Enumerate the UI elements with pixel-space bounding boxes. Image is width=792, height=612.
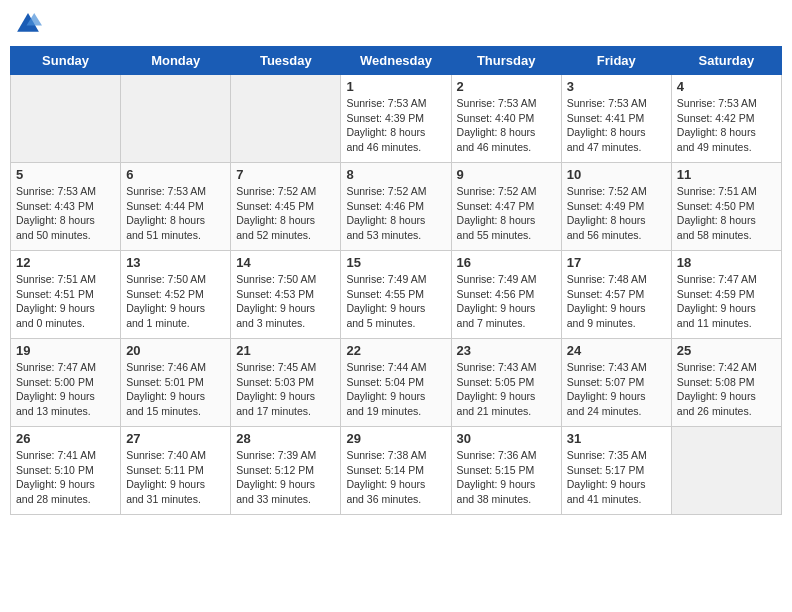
cell-info: Sunrise: 7:50 AMSunset: 4:52 PMDaylight:…: [126, 272, 225, 331]
cell-info: Sunrise: 7:53 AMSunset: 4:43 PMDaylight:…: [16, 184, 115, 243]
cell-info: Sunrise: 7:53 AMSunset: 4:39 PMDaylight:…: [346, 96, 445, 155]
day-number: 15: [346, 255, 445, 270]
calendar-cell: [231, 75, 341, 163]
calendar-cell: 14Sunrise: 7:50 AMSunset: 4:53 PMDayligh…: [231, 251, 341, 339]
day-number: 26: [16, 431, 115, 446]
calendar-cell: 18Sunrise: 7:47 AMSunset: 4:59 PMDayligh…: [671, 251, 781, 339]
day-number: 18: [677, 255, 776, 270]
day-number: 29: [346, 431, 445, 446]
day-number: 25: [677, 343, 776, 358]
day-number: 28: [236, 431, 335, 446]
cell-info: Sunrise: 7:51 AMSunset: 4:51 PMDaylight:…: [16, 272, 115, 331]
cell-info: Sunrise: 7:53 AMSunset: 4:42 PMDaylight:…: [677, 96, 776, 155]
day-number: 17: [567, 255, 666, 270]
cell-info: Sunrise: 7:48 AMSunset: 4:57 PMDaylight:…: [567, 272, 666, 331]
cell-info: Sunrise: 7:53 AMSunset: 4:44 PMDaylight:…: [126, 184, 225, 243]
day-header-saturday: Saturday: [671, 47, 781, 75]
cell-info: Sunrise: 7:43 AMSunset: 5:07 PMDaylight:…: [567, 360, 666, 419]
day-header-sunday: Sunday: [11, 47, 121, 75]
header-row: SundayMondayTuesdayWednesdayThursdayFrid…: [11, 47, 782, 75]
calendar-cell: 21Sunrise: 7:45 AMSunset: 5:03 PMDayligh…: [231, 339, 341, 427]
day-number: 13: [126, 255, 225, 270]
week-row-1: 1Sunrise: 7:53 AMSunset: 4:39 PMDaylight…: [11, 75, 782, 163]
day-number: 4: [677, 79, 776, 94]
day-number: 9: [457, 167, 556, 182]
week-row-2: 5Sunrise: 7:53 AMSunset: 4:43 PMDaylight…: [11, 163, 782, 251]
cell-info: Sunrise: 7:52 AMSunset: 4:45 PMDaylight:…: [236, 184, 335, 243]
week-row-5: 26Sunrise: 7:41 AMSunset: 5:10 PMDayligh…: [11, 427, 782, 515]
calendar-cell: 1Sunrise: 7:53 AMSunset: 4:39 PMDaylight…: [341, 75, 451, 163]
cell-info: Sunrise: 7:53 AMSunset: 4:41 PMDaylight:…: [567, 96, 666, 155]
calendar-cell: [671, 427, 781, 515]
day-number: 7: [236, 167, 335, 182]
calendar-cell: 31Sunrise: 7:35 AMSunset: 5:17 PMDayligh…: [561, 427, 671, 515]
cell-info: Sunrise: 7:51 AMSunset: 4:50 PMDaylight:…: [677, 184, 776, 243]
day-number: 1: [346, 79, 445, 94]
day-header-wednesday: Wednesday: [341, 47, 451, 75]
day-header-thursday: Thursday: [451, 47, 561, 75]
cell-info: Sunrise: 7:44 AMSunset: 5:04 PMDaylight:…: [346, 360, 445, 419]
cell-info: Sunrise: 7:49 AMSunset: 4:55 PMDaylight:…: [346, 272, 445, 331]
cell-info: Sunrise: 7:52 AMSunset: 4:49 PMDaylight:…: [567, 184, 666, 243]
day-number: 21: [236, 343, 335, 358]
day-number: 3: [567, 79, 666, 94]
cell-info: Sunrise: 7:43 AMSunset: 5:05 PMDaylight:…: [457, 360, 556, 419]
day-header-friday: Friday: [561, 47, 671, 75]
day-number: 31: [567, 431, 666, 446]
cell-info: Sunrise: 7:47 AMSunset: 5:00 PMDaylight:…: [16, 360, 115, 419]
day-number: 19: [16, 343, 115, 358]
cell-info: Sunrise: 7:52 AMSunset: 4:47 PMDaylight:…: [457, 184, 556, 243]
day-number: 27: [126, 431, 225, 446]
day-number: 14: [236, 255, 335, 270]
cell-info: Sunrise: 7:46 AMSunset: 5:01 PMDaylight:…: [126, 360, 225, 419]
cell-info: Sunrise: 7:53 AMSunset: 4:40 PMDaylight:…: [457, 96, 556, 155]
calendar-cell: 20Sunrise: 7:46 AMSunset: 5:01 PMDayligh…: [121, 339, 231, 427]
day-number: 24: [567, 343, 666, 358]
calendar-cell: 23Sunrise: 7:43 AMSunset: 5:05 PMDayligh…: [451, 339, 561, 427]
calendar-cell: 10Sunrise: 7:52 AMSunset: 4:49 PMDayligh…: [561, 163, 671, 251]
cell-info: Sunrise: 7:35 AMSunset: 5:17 PMDaylight:…: [567, 448, 666, 507]
calendar-cell: 7Sunrise: 7:52 AMSunset: 4:45 PMDaylight…: [231, 163, 341, 251]
calendar-cell: [121, 75, 231, 163]
calendar-cell: 25Sunrise: 7:42 AMSunset: 5:08 PMDayligh…: [671, 339, 781, 427]
week-row-3: 12Sunrise: 7:51 AMSunset: 4:51 PMDayligh…: [11, 251, 782, 339]
day-number: 10: [567, 167, 666, 182]
page-header: [10, 10, 782, 38]
calendar-cell: 24Sunrise: 7:43 AMSunset: 5:07 PMDayligh…: [561, 339, 671, 427]
day-number: 8: [346, 167, 445, 182]
cell-info: Sunrise: 7:38 AMSunset: 5:14 PMDaylight:…: [346, 448, 445, 507]
calendar-cell: 13Sunrise: 7:50 AMSunset: 4:52 PMDayligh…: [121, 251, 231, 339]
day-header-tuesday: Tuesday: [231, 47, 341, 75]
calendar-cell: [11, 75, 121, 163]
calendar-cell: 29Sunrise: 7:38 AMSunset: 5:14 PMDayligh…: [341, 427, 451, 515]
calendar-cell: 11Sunrise: 7:51 AMSunset: 4:50 PMDayligh…: [671, 163, 781, 251]
calendar-cell: 28Sunrise: 7:39 AMSunset: 5:12 PMDayligh…: [231, 427, 341, 515]
day-header-monday: Monday: [121, 47, 231, 75]
day-number: 30: [457, 431, 556, 446]
calendar-cell: 22Sunrise: 7:44 AMSunset: 5:04 PMDayligh…: [341, 339, 451, 427]
cell-info: Sunrise: 7:41 AMSunset: 5:10 PMDaylight:…: [16, 448, 115, 507]
cell-info: Sunrise: 7:42 AMSunset: 5:08 PMDaylight:…: [677, 360, 776, 419]
day-number: 6: [126, 167, 225, 182]
cell-info: Sunrise: 7:36 AMSunset: 5:15 PMDaylight:…: [457, 448, 556, 507]
day-number: 16: [457, 255, 556, 270]
calendar-cell: 16Sunrise: 7:49 AMSunset: 4:56 PMDayligh…: [451, 251, 561, 339]
calendar-cell: 15Sunrise: 7:49 AMSunset: 4:55 PMDayligh…: [341, 251, 451, 339]
cell-info: Sunrise: 7:47 AMSunset: 4:59 PMDaylight:…: [677, 272, 776, 331]
calendar-cell: 19Sunrise: 7:47 AMSunset: 5:00 PMDayligh…: [11, 339, 121, 427]
day-number: 23: [457, 343, 556, 358]
calendar-cell: 9Sunrise: 7:52 AMSunset: 4:47 PMDaylight…: [451, 163, 561, 251]
day-number: 20: [126, 343, 225, 358]
logo: [14, 10, 46, 38]
logo-icon: [14, 10, 42, 38]
day-number: 5: [16, 167, 115, 182]
calendar-cell: 17Sunrise: 7:48 AMSunset: 4:57 PMDayligh…: [561, 251, 671, 339]
day-number: 2: [457, 79, 556, 94]
calendar-cell: 12Sunrise: 7:51 AMSunset: 4:51 PMDayligh…: [11, 251, 121, 339]
cell-info: Sunrise: 7:39 AMSunset: 5:12 PMDaylight:…: [236, 448, 335, 507]
cell-info: Sunrise: 7:40 AMSunset: 5:11 PMDaylight:…: [126, 448, 225, 507]
cell-info: Sunrise: 7:45 AMSunset: 5:03 PMDaylight:…: [236, 360, 335, 419]
calendar-cell: 2Sunrise: 7:53 AMSunset: 4:40 PMDaylight…: [451, 75, 561, 163]
cell-info: Sunrise: 7:52 AMSunset: 4:46 PMDaylight:…: [346, 184, 445, 243]
calendar-table: SundayMondayTuesdayWednesdayThursdayFrid…: [10, 46, 782, 515]
